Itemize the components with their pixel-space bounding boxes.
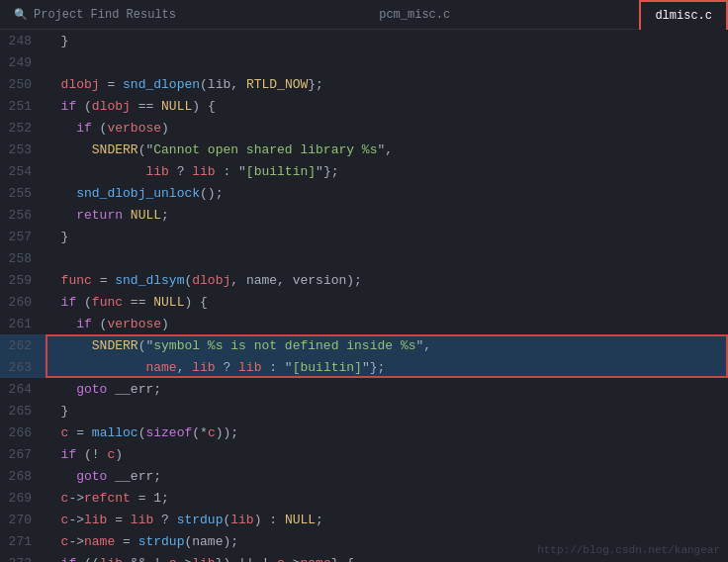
line-content: dlobj = snd_dlopen(lib, RTLD_NOW}; bbox=[42, 77, 728, 92]
line-number: 256 bbox=[0, 208, 42, 223]
code-line: 250 dlobj = snd_dlopen(lib, RTLD_NOW}; bbox=[0, 73, 728, 95]
line-number: 250 bbox=[0, 77, 42, 92]
code-line: 252 if (verbose) bbox=[0, 117, 728, 139]
code-area: 248 }249250 dlobj = snd_dlopen(lib, RTLD… bbox=[0, 30, 728, 562]
search-icon: 🔍 bbox=[14, 8, 28, 21]
line-content: if (func == NULL) { bbox=[42, 295, 728, 310]
code-line: 271 c->name = strdup(name); bbox=[0, 530, 728, 552]
line-number: 264 bbox=[0, 382, 42, 397]
line-content: name, lib ? lib : "[builtin]"}; bbox=[42, 360, 728, 375]
line-number: 269 bbox=[0, 491, 42, 506]
tab-project-find-label: Project Find Results bbox=[34, 8, 176, 22]
line-content: c = malloc(sizeof(*c)); bbox=[42, 425, 728, 440]
line-content: goto __err; bbox=[42, 382, 728, 397]
line-content: return NULL; bbox=[42, 208, 728, 223]
line-number: 257 bbox=[0, 230, 42, 244]
tab-pcm-misc[interactable]: pcm_misc.c bbox=[330, 0, 499, 30]
line-content: } bbox=[42, 34, 728, 48]
line-number: 259 bbox=[0, 273, 42, 288]
code-line: 260 if (func == NULL) { bbox=[0, 291, 728, 313]
line-number: 265 bbox=[0, 404, 42, 419]
line-content: } bbox=[42, 404, 728, 419]
line-content: lib ? lib : "[builtin]"}; bbox=[42, 164, 728, 179]
line-number: 263 bbox=[0, 360, 42, 375]
code-line: 268 goto __err; bbox=[0, 465, 728, 487]
line-content: c->lib = lib ? strdup(lib) : NULL; bbox=[42, 513, 728, 527]
code-line: 258 bbox=[0, 247, 728, 269]
tab-dlmisc-label: dlmisc.c bbox=[655, 9, 712, 23]
code-line: 263 name, lib ? lib : "[builtin]"}; bbox=[0, 356, 728, 378]
line-number: 253 bbox=[0, 142, 42, 157]
code-line: 248 } bbox=[0, 30, 728, 51]
line-number: 268 bbox=[0, 469, 42, 484]
line-content: } bbox=[42, 230, 728, 244]
line-content: if (verbose) bbox=[42, 317, 728, 331]
line-content: if (dlobj == NULL) { bbox=[42, 99, 728, 114]
code-line: 255 snd_dlobj_unlock(); bbox=[0, 182, 728, 204]
line-content: if (! c) bbox=[42, 447, 728, 462]
line-content: SNDERR("symbol %s is not defined inside … bbox=[42, 338, 728, 353]
line-number: 254 bbox=[0, 164, 42, 179]
code-line: 265 } bbox=[0, 400, 728, 422]
line-number: 251 bbox=[0, 99, 42, 114]
line-content: SNDERR("Cannot open shared library %s", bbox=[42, 142, 728, 157]
tab-dlmisc[interactable]: dlmisc.c bbox=[639, 0, 728, 30]
code-line: 256 return NULL; bbox=[0, 204, 728, 226]
line-number: 260 bbox=[0, 295, 42, 310]
line-content: if (verbose) bbox=[42, 121, 728, 136]
line-content: goto __err; bbox=[42, 469, 728, 484]
code-line: 249 bbox=[0, 51, 728, 73]
line-number: 267 bbox=[0, 447, 42, 462]
line-number: 252 bbox=[0, 121, 42, 136]
line-number: 261 bbox=[0, 317, 42, 331]
code-line: 251 if (dlobj == NULL) { bbox=[0, 95, 728, 117]
line-number: 255 bbox=[0, 186, 42, 201]
code-line: 270 c->lib = lib ? strdup(lib) : NULL; bbox=[0, 509, 728, 530]
line-number: 271 bbox=[0, 534, 42, 549]
line-number: 270 bbox=[0, 513, 42, 527]
code-line: 257 } bbox=[0, 226, 728, 247]
line-number: 262 bbox=[0, 338, 42, 353]
code-line: 272 if ((lib && ! c->lib}) || ! c->name}… bbox=[0, 552, 728, 562]
line-number: 266 bbox=[0, 425, 42, 440]
code-line: 267 if (! c) bbox=[0, 443, 728, 465]
code-line: 259 func = snd_dlsym(dlobj, name, versio… bbox=[0, 269, 728, 291]
tab-bar: 🔍 Project Find Results pcm_misc.c dlmisc… bbox=[0, 0, 728, 30]
line-content: c->refcnt = 1; bbox=[42, 491, 728, 506]
line-number: 258 bbox=[0, 251, 42, 266]
line-content: func = snd_dlsym(dlobj, name, version); bbox=[42, 273, 728, 288]
line-number: 272 bbox=[0, 556, 42, 563]
code-line: 254 lib ? lib : "[builtin]"}; bbox=[0, 160, 728, 182]
code-line: 269 c->refcnt = 1; bbox=[0, 487, 728, 509]
code-line: 262 SNDERR("symbol %s is not defined ins… bbox=[0, 334, 728, 356]
code-line: 264 goto __err; bbox=[0, 378, 728, 400]
line-number: 248 bbox=[0, 34, 42, 48]
tab-project-find[interactable]: 🔍 Project Find Results bbox=[0, 0, 190, 30]
tab-pcm-misc-label: pcm_misc.c bbox=[379, 8, 450, 22]
code-line: 266 c = malloc(sizeof(*c)); bbox=[0, 422, 728, 443]
line-content: if ((lib && ! c->lib}) || ! c->name} { bbox=[42, 556, 728, 563]
code-line: 253 SNDERR("Cannot open shared library %… bbox=[0, 139, 728, 160]
line-content: snd_dlobj_unlock(); bbox=[42, 186, 728, 201]
code-line: 261 if (verbose) bbox=[0, 313, 728, 334]
line-content: c->name = strdup(name); bbox=[42, 534, 728, 549]
line-number: 249 bbox=[0, 55, 42, 70]
